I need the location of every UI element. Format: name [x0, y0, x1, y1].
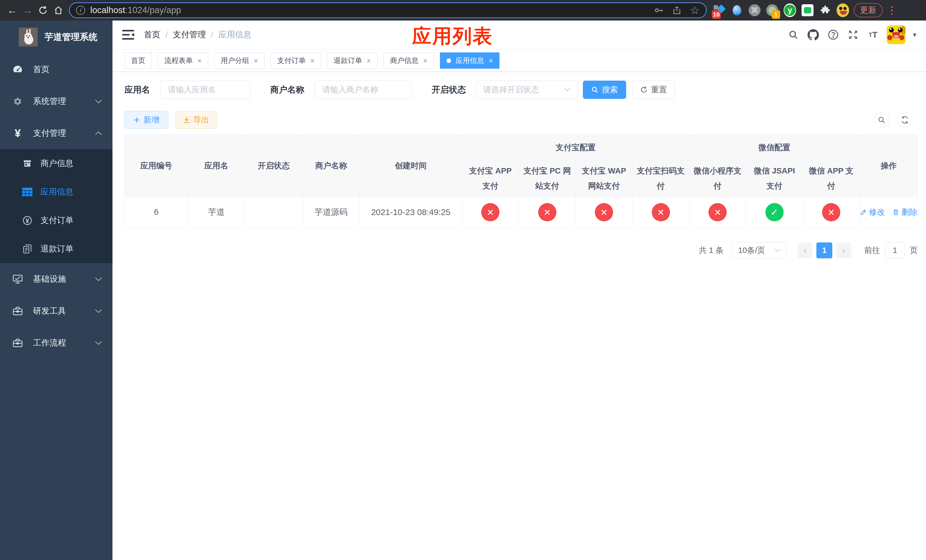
sidebar-item-infra[interactable]: 基础设施 — [0, 263, 112, 295]
sidebar-item-label: 支付订单 — [41, 215, 73, 226]
forward-icon[interactable]: → — [20, 3, 35, 18]
tab-user-group[interactable]: 用户分组× — [214, 52, 265, 69]
goto-suffix: 页 — [910, 245, 918, 256]
sidebar-item-devtools[interactable]: 研发工具 — [0, 295, 112, 327]
github-icon[interactable] — [807, 29, 820, 41]
tab-pay-order[interactable]: 支付订单× — [271, 52, 321, 69]
app-table: 应用编号 应用名 开启状态 商户名称 创建时间 支付宝配置 微信配置 操作 支付… — [124, 135, 918, 228]
profile-avatar-icon[interactable] — [837, 4, 849, 17]
chevron-up-icon — [95, 131, 102, 136]
status-select[interactable]: 请选择开启状态 — [476, 80, 578, 99]
fullscreen-icon[interactable] — [847, 29, 859, 41]
gear-icon — [12, 96, 23, 106]
tab-refund-order[interactable]: 退款订单× — [327, 52, 378, 69]
tab-app-info[interactable]: 应用信息× — [440, 52, 499, 69]
chrome-update-button[interactable]: 更新 — [854, 3, 883, 17]
sidebar-item-workflow[interactable]: 工作流程 — [0, 327, 112, 359]
show-search-button[interactable] — [874, 112, 889, 128]
delete-link[interactable]: 删除 — [893, 207, 917, 218]
reset-button[interactable]: 重置 — [632, 80, 675, 99]
close-icon[interactable]: × — [197, 57, 201, 64]
user-avatar[interactable] — [887, 25, 905, 44]
share-icon[interactable] — [672, 6, 681, 15]
tab-home[interactable]: 首页 — [124, 52, 152, 69]
chevron-down-icon — [775, 249, 780, 252]
bookmark-star-icon[interactable]: ☆ — [690, 4, 700, 17]
refresh-icon — [901, 116, 909, 124]
refresh-icon — [640, 86, 648, 94]
extensions-area: 10 ⌘ 1 y — [713, 4, 849, 17]
tab-process-form[interactable]: 流程表单× — [158, 52, 208, 69]
sidebar-item-label: 支付管理 — [33, 128, 66, 139]
puzzle-extensions-icon[interactable] — [819, 4, 831, 17]
browser-toolbar: ← → i localhost:1024/pay/app ☆ 10 ⌘ 1 — [0, 0, 926, 21]
sketch-extension-icon[interactable]: 10 — [713, 4, 726, 17]
sidebar-item-pay[interactable]: ¥ 支付管理 — [0, 117, 112, 149]
next-page-button[interactable]: › — [836, 243, 851, 258]
merchant-name-input[interactable] — [315, 80, 412, 99]
wx-jsapi-status-icon — [766, 203, 784, 221]
site-info-icon[interactable]: i — [76, 6, 85, 15]
sidebar-item-pay-order[interactable]: 支付订单 — [0, 206, 112, 235]
add-button[interactable]: 新增 — [124, 111, 168, 129]
password-key-icon[interactable] — [654, 5, 664, 15]
col-group-wechat: 微信配置 — [689, 135, 859, 160]
tab-merchant-info[interactable]: 商户信息× — [384, 52, 434, 69]
close-icon[interactable]: × — [489, 57, 493, 64]
home-icon[interactable] — [51, 3, 66, 18]
col-actions: 操作 — [859, 135, 918, 197]
export-button[interactable]: 导出 — [176, 111, 217, 129]
edit-link[interactable]: 修改 — [860, 207, 885, 218]
chevron-down-icon — [95, 99, 102, 104]
breadcrumb-pay[interactable]: 支付管理 — [173, 29, 206, 41]
help-icon[interactable] — [827, 29, 840, 41]
avatar-caret-icon[interactable]: ▾ — [913, 31, 916, 39]
close-icon[interactable]: × — [423, 57, 427, 64]
goto-page-input[interactable] — [885, 242, 905, 259]
col-alipay-app: 支付宝 APP 支付 — [462, 160, 519, 197]
search-button[interactable]: 搜索 — [583, 80, 626, 99]
close-icon[interactable]: × — [254, 57, 258, 64]
app-name-input[interactable] — [160, 80, 250, 99]
browser-menu-icon[interactable]: ⋮ — [887, 4, 897, 16]
app-logo-row[interactable]: 芋道管理系统 — [0, 21, 112, 53]
dashboard-icon — [12, 64, 23, 75]
extension-badge: 10 — [712, 10, 721, 19]
hamburger-icon[interactable] — [122, 30, 134, 39]
close-icon[interactable]: × — [310, 57, 314, 64]
prev-page-button[interactable]: ‹ — [797, 243, 813, 258]
sidebar-item-system[interactable]: 系统管理 — [0, 85, 112, 117]
y-extension-icon[interactable]: y — [784, 4, 796, 17]
wx-lite-status-icon — [708, 203, 727, 221]
sidebar-item-label: 首页 — [33, 64, 50, 75]
merchant-name-label: 商户名称 — [270, 84, 304, 96]
address-bar[interactable]: i localhost:1024/pay/app ☆ — [69, 2, 707, 18]
back-icon[interactable]: ← — [5, 3, 20, 18]
cell-status — [245, 197, 303, 228]
font-size-icon[interactable]: TT — [867, 29, 879, 41]
sidebar-item-home[interactable]: 首页 — [0, 53, 112, 85]
rabbit-logo — [19, 28, 38, 47]
command-extension-icon[interactable]: ⌘ — [748, 4, 761, 17]
reload-icon[interactable] — [35, 3, 51, 18]
close-icon[interactable]: × — [367, 57, 371, 64]
page-size-select[interactable]: 10条/页 — [732, 242, 786, 259]
total-count: 共 1 条 — [699, 245, 723, 256]
col-merchant: 商户名称 — [303, 135, 359, 197]
search-icon[interactable] — [787, 29, 800, 41]
recorder-extension-icon[interactable]: 1 — [766, 4, 779, 17]
tags-view-bar: 首页 流程表单× 用户分组× 支付订单× 退款订单× 商户信息× 应用信息× — [112, 49, 926, 72]
chat-extension-icon[interactable] — [801, 4, 814, 17]
breadcrumb: 首页 / 支付管理 / 应用信息 — [144, 29, 251, 41]
breadcrumb-home[interactable]: 首页 — [144, 29, 160, 41]
sidebar-item-app-info[interactable]: 应用信息 — [0, 178, 112, 206]
page-number-1[interactable]: 1 — [816, 242, 832, 258]
table-toolbar: 新增 导出 — [124, 111, 918, 129]
refresh-table-button[interactable] — [897, 112, 912, 128]
storefront-icon — [22, 159, 33, 168]
chevron-down-icon — [564, 88, 570, 92]
sidebar-item-merchant-info[interactable]: 商户信息 — [0, 149, 112, 178]
balloon-extension-icon[interactable] — [731, 4, 743, 17]
sidebar-item-refund-order[interactable]: 退款订单 — [0, 235, 112, 263]
active-dot-icon — [446, 58, 451, 63]
